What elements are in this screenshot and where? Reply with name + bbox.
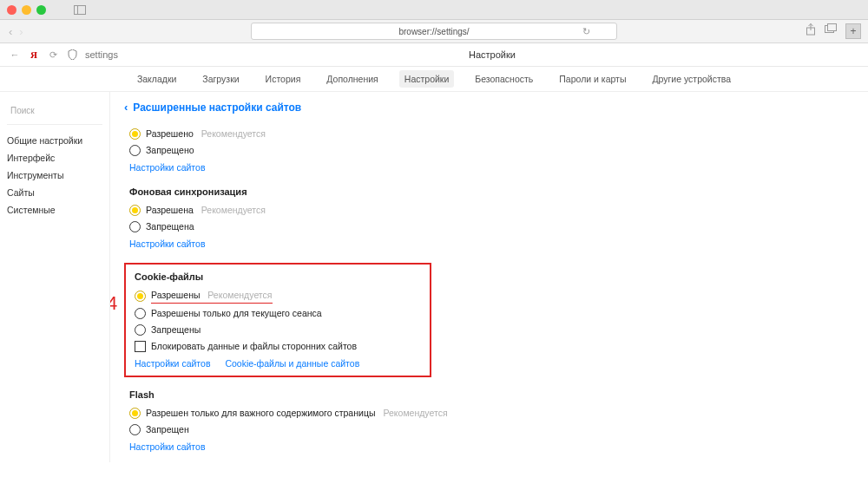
link-site-settings-2[interactable]: Настройки сайтов bbox=[129, 238, 205, 249]
close-window-button[interactable] bbox=[7, 5, 16, 15]
tab-other-devices[interactable]: Другие устройства bbox=[647, 70, 736, 88]
nav-forward-icon: › bbox=[19, 25, 23, 38]
settings-main: ‹ Расширенные настройки сайтов Разрешено… bbox=[110, 92, 868, 462]
radio-images-deny[interactable] bbox=[129, 145, 141, 156]
page-title: Настройки bbox=[125, 49, 859, 60]
link-site-settings-3[interactable]: Настройки сайтов bbox=[135, 358, 210, 369]
reload-icon[interactable]: ↻ bbox=[582, 26, 590, 37]
section-images-partial: РазрешеноРекомендуется Запрещено Настрой… bbox=[129, 126, 854, 173]
inner-back-icon[interactable]: ← bbox=[9, 49, 21, 61]
section-title-cookies: Cookie-файлы bbox=[135, 271, 421, 282]
sidebar-item-tools[interactable]: Инструменты bbox=[7, 167, 102, 184]
nav-back-icon[interactable]: ‹ bbox=[9, 25, 12, 38]
sidebar-item-system[interactable]: Системные bbox=[7, 201, 102, 219]
svg-rect-0 bbox=[75, 5, 86, 14]
tab-security[interactable]: Безопасность bbox=[470, 70, 538, 88]
mac-url-field[interactable]: browser://settings/ bbox=[251, 23, 617, 40]
shield-icon[interactable] bbox=[66, 49, 78, 61]
share-icon[interactable] bbox=[806, 23, 816, 39]
sidebar-toggle-icon[interactable] bbox=[74, 5, 86, 15]
radio-flash-deny[interactable] bbox=[129, 424, 141, 435]
radio-cookies-allow[interactable] bbox=[135, 291, 146, 302]
section-heading-row: ‹ Расширенные настройки сайтов bbox=[124, 101, 854, 114]
tab-history[interactable]: История bbox=[260, 70, 306, 88]
settings-sidebar: Поиск Общие настройки Интерфейс Инструме… bbox=[0, 92, 110, 462]
section-heading[interactable]: Расширенные настройки сайтов bbox=[133, 101, 301, 114]
annotation-box: 4 Cookie-файлы Разрешены Рекомендуется Р… bbox=[124, 263, 431, 377]
link-site-settings-4[interactable]: Настройки сайтов bbox=[129, 441, 205, 452]
maximize-window-button[interactable] bbox=[36, 5, 46, 15]
section-bg-sync: Фоновая синхронизация РазрешенаРекоменду… bbox=[129, 186, 854, 249]
section-title-flash: Flash bbox=[129, 389, 854, 400]
radio-flash-allow[interactable] bbox=[129, 408, 141, 419]
back-chevron-icon[interactable]: ‹ bbox=[124, 101, 128, 114]
sidebar-item-general[interactable]: Общие настройки bbox=[7, 132, 102, 149]
settings-tabs: Закладки Загрузки История Дополнения Нас… bbox=[0, 67, 868, 92]
inner-reload-icon[interactable]: ⟳ bbox=[47, 49, 59, 61]
mac-titlebar bbox=[0, 0, 868, 20]
tab-settings[interactable]: Настройки bbox=[399, 70, 455, 88]
section-flash: Flash Разрешен только для важного содерж… bbox=[129, 389, 854, 452]
radio-images-allow[interactable] bbox=[129, 128, 141, 140]
tab-bookmarks[interactable]: Закладки bbox=[132, 70, 181, 88]
radio-sync-deny[interactable] bbox=[129, 221, 141, 232]
section-title-sync: Фоновая синхронизация bbox=[129, 186, 854, 197]
link-site-settings-1[interactable]: Настройки сайтов bbox=[129, 162, 205, 173]
radio-sync-allow[interactable] bbox=[129, 205, 141, 216]
radio-cookies-session[interactable] bbox=[135, 308, 146, 319]
checkbox-block-3p-cookies[interactable] bbox=[135, 341, 146, 352]
radio-cookies-deny[interactable] bbox=[135, 324, 146, 336]
tabs-icon[interactable] bbox=[825, 23, 837, 39]
tab-passwords[interactable]: Пароли и карты bbox=[554, 70, 631, 88]
tab-downloads[interactable]: Загрузки bbox=[197, 70, 244, 88]
sidebar-item-interface[interactable]: Интерфейс bbox=[7, 149, 102, 167]
mac-addressbar: ‹ › browser://settings/ ↻ + bbox=[0, 20, 868, 43]
minimize-window-button[interactable] bbox=[22, 5, 31, 15]
svg-rect-5 bbox=[828, 24, 837, 31]
yandex-logo-icon[interactable]: Я bbox=[28, 49, 40, 61]
inner-toolbar: ← Я ⟳ settings Настройки bbox=[0, 43, 868, 67]
link-cookie-data[interactable]: Cookie-файлы и данные сайтов bbox=[225, 358, 359, 369]
tab-addons[interactable]: Дополнения bbox=[321, 70, 383, 88]
sidebar-search[interactable]: Поиск bbox=[7, 101, 102, 125]
inner-address-text[interactable]: settings bbox=[85, 49, 118, 60]
section-cookies: Cookie-файлы Разрешены Рекомендуется Раз… bbox=[135, 271, 421, 369]
annotation-number: 4 bbox=[110, 292, 117, 315]
new-tab-button[interactable]: + bbox=[845, 23, 861, 39]
sidebar-item-sites[interactable]: Сайты bbox=[7, 184, 102, 201]
mac-url-text: browser://settings/ bbox=[398, 27, 469, 36]
